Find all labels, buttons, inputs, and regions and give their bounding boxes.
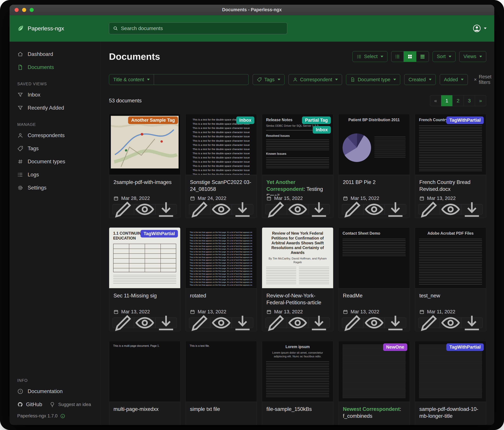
edit-document-button[interactable] bbox=[342, 318, 363, 328]
sidebar-item-document-types[interactable]: Document types bbox=[9, 155, 101, 168]
document-card[interactable]: This is a test for the double space char… bbox=[185, 114, 257, 218]
document-correspondent[interactable]: Newest Correspondent bbox=[343, 406, 400, 412]
edit-document-button[interactable] bbox=[418, 204, 440, 215]
document-thumbnail[interactable]: Patient BP Distribution 2011 bbox=[339, 114, 410, 175]
edit-document-button[interactable] bbox=[113, 318, 134, 328]
document-title[interactable]: multi-page-mixedxx bbox=[109, 402, 180, 414]
document-card[interactable]: TagWithPartialsample-pdf-download-10-mb-… bbox=[415, 341, 486, 425]
view-document-button[interactable] bbox=[210, 318, 232, 328]
filter-text-input[interactable] bbox=[154, 74, 249, 85]
sidebar-item-tags[interactable]: Tags bbox=[9, 142, 101, 155]
document-title[interactable]: sample-pdf-download-10-mb-longer-title bbox=[415, 402, 486, 421]
view-document-button[interactable] bbox=[134, 204, 156, 215]
document-thumbnail[interactable]: This is a test for the double space char… bbox=[186, 114, 257, 175]
view-document-button[interactable] bbox=[134, 318, 156, 328]
document-title[interactable]: Sec 11-Missing sig bbox=[109, 288, 180, 300]
tag-badge-newone[interactable]: NewOne bbox=[383, 343, 407, 351]
tag-badge-tagwithpartial[interactable]: TagWithPartial bbox=[446, 116, 484, 124]
edit-document-button[interactable] bbox=[265, 318, 287, 328]
view-grid-small-button[interactable] bbox=[404, 51, 416, 62]
sidebar-item-dashboard[interactable]: Dashboard bbox=[9, 48, 101, 61]
sort-button[interactable]: Sort bbox=[432, 51, 456, 62]
tag-badge-tagwithpartial[interactable]: TagWithPartial bbox=[446, 343, 484, 351]
filter-document-type-button[interactable]: Document type bbox=[346, 74, 400, 85]
document-title[interactable]: Sonstige ScanPC2022 03-24_081058 bbox=[186, 175, 257, 194]
document-thumbnail[interactable]: Release NotesSimba ODBC Driver for SQL S… bbox=[262, 114, 333, 175]
edit-document-button[interactable] bbox=[418, 318, 440, 328]
reset-filters-button[interactable]: × Reset filters bbox=[474, 74, 491, 85]
document-thumbnail[interactable]: Adobe Acrobat PDF Files bbox=[415, 228, 486, 288]
zoom-window-button[interactable] bbox=[30, 8, 34, 12]
view-document-button[interactable] bbox=[440, 204, 461, 215]
sidebar-item-settings[interactable]: Settings bbox=[9, 181, 101, 194]
document-title[interactable]: simple txt file bbox=[186, 402, 257, 414]
document-title[interactable]: rotated bbox=[186, 288, 257, 300]
view-list-button[interactable] bbox=[391, 51, 404, 62]
document-thumbnail[interactable]: Contact Sheet Demo bbox=[339, 228, 410, 288]
download-document-button[interactable] bbox=[155, 318, 177, 328]
document-card[interactable]: 1.1 CONTINUING MEDICAL EDUCATIONTagWithP… bbox=[109, 227, 180, 331]
edit-document-button[interactable] bbox=[342, 204, 363, 215]
sidebar-item-recently-added[interactable]: Recently Added bbox=[9, 101, 101, 114]
edit-document-button[interactable] bbox=[189, 204, 211, 215]
pagination-page-1[interactable]: 1 bbox=[441, 95, 452, 106]
minimize-window-button[interactable] bbox=[22, 8, 26, 12]
download-document-button[interactable] bbox=[385, 318, 406, 328]
document-title[interactable]: 2011 BP Pie 2 bbox=[339, 175, 410, 187]
document-card[interactable]: French Country BreadTagWithPartialFrench… bbox=[415, 114, 486, 218]
download-document-button[interactable] bbox=[461, 318, 483, 328]
select-button[interactable]: Select bbox=[352, 51, 387, 62]
document-card[interactable]: This is a multi page document. Page 1.mu… bbox=[109, 341, 180, 425]
edit-document-button[interactable] bbox=[189, 318, 211, 328]
document-thumbnail[interactable]: TagWithPartial bbox=[415, 341, 486, 402]
pagination-page-2[interactable]: 2 bbox=[452, 95, 464, 106]
document-title[interactable]: Newest Correspondent: f_combineds bbox=[339, 402, 410, 421]
document-title[interactable]: ReadMe bbox=[339, 288, 410, 300]
document-title[interactable]: 2sample-pdf-with-images bbox=[109, 175, 180, 187]
document-card[interactable]: Release NotesSimba ODBC Driver for SQL S… bbox=[262, 114, 333, 218]
pagination-next-button[interactable]: » bbox=[475, 95, 486, 106]
tag-badge-inbox[interactable]: Inbox bbox=[313, 126, 331, 134]
sidebar-item-correspondents[interactable]: Correspondents bbox=[9, 129, 101, 142]
document-correspondent[interactable]: Yet Another Correspondent bbox=[266, 179, 304, 192]
document-thumbnail[interactable]: 1.1 CONTINUING MEDICAL EDUCATIONTagWithP… bbox=[109, 228, 180, 288]
tag-badge-tagwithpartial[interactable]: TagWithPartial bbox=[141, 230, 178, 237]
document-title[interactable]: French Country Bread Revised.docx bbox=[415, 175, 486, 194]
tag-badge-inbox[interactable]: Inbox bbox=[236, 116, 254, 124]
document-card[interactable]: Contact Sheet DemoReadMeMar 13, 2022 bbox=[338, 227, 410, 331]
document-card[interactable]: NewOneNewest Correspondent: f_combineds bbox=[338, 341, 410, 425]
download-document-button[interactable] bbox=[232, 204, 253, 215]
document-title[interactable]: Yet Another Correspondent: Testing Email bbox=[262, 175, 333, 196]
download-document-button[interactable] bbox=[155, 204, 177, 215]
download-document-button[interactable] bbox=[232, 318, 253, 328]
document-thumbnail[interactable]: French Country BreadTagWithPartial bbox=[415, 114, 486, 175]
document-thumbnail[interactable]: Lorem ipsumLorem ipsum dolor sit amet, c… bbox=[262, 341, 333, 402]
document-title[interactable]: Review-of-New-York-Federal-Petitions-art… bbox=[262, 288, 333, 307]
document-card[interactable]: Adobe Acrobat PDF Filestest_newMar 11, 2… bbox=[415, 227, 486, 331]
download-document-button[interactable] bbox=[308, 318, 330, 328]
document-card[interactable]: This is the text that appears on the fir… bbox=[185, 227, 257, 331]
view-grid-large-button[interactable] bbox=[416, 51, 429, 62]
filter-correspondent-button[interactable]: Correspondent bbox=[288, 74, 342, 85]
view-document-button[interactable] bbox=[287, 204, 308, 215]
document-thumbnail[interactable]: This is a multi page document. Page 1. bbox=[109, 341, 180, 402]
document-card[interactable]: Another Sample Tag2sample-pdf-with-image… bbox=[109, 114, 180, 218]
document-card[interactable]: This is a test file.simple txt file bbox=[185, 341, 257, 425]
sidebar-item-suggest-an-idea[interactable]: Suggest an idea bbox=[49, 402, 91, 407]
sidebar-item-github[interactable]: GitHub bbox=[17, 402, 42, 408]
filter-created-button[interactable]: Created bbox=[404, 74, 436, 85]
document-thumbnail[interactable]: NewOne bbox=[339, 341, 410, 402]
sidebar-item-documentation[interactable]: ?Documentation bbox=[9, 385, 101, 398]
edit-document-button[interactable] bbox=[113, 204, 134, 215]
view-document-button[interactable] bbox=[363, 204, 385, 215]
edit-document-button[interactable] bbox=[265, 204, 287, 215]
sidebar-item-logs[interactable]: Logs bbox=[9, 168, 101, 181]
pagination-prev-button[interactable]: « bbox=[430, 95, 441, 106]
filter-field-button[interactable]: Title & content bbox=[109, 74, 154, 85]
views-button[interactable]: Views bbox=[459, 51, 486, 62]
search-box[interactable] bbox=[109, 22, 287, 34]
document-thumbnail[interactable]: Another Sample Tag bbox=[109, 114, 180, 175]
download-document-button[interactable] bbox=[308, 204, 330, 215]
document-title[interactable]: file-sample_150kBs bbox=[262, 402, 333, 414]
document-thumbnail[interactable]: Review of New York Federal Petitions for… bbox=[262, 228, 333, 288]
